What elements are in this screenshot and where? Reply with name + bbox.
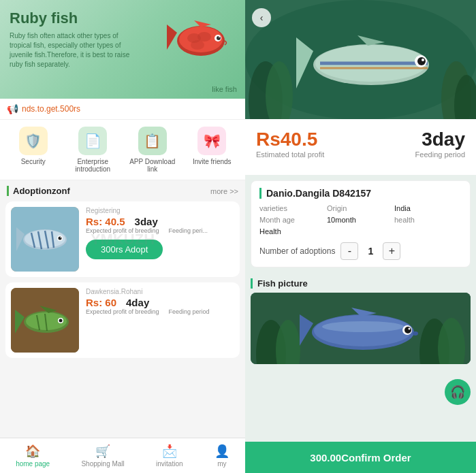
svg-point-19: [59, 237, 62, 240]
hero-fish-image: [163, 12, 238, 67]
fish-card-2-image: [11, 288, 79, 353]
menu-label-invite: Invite friends: [193, 158, 232, 165]
profit-block: Rs40.5 Estimated total profit: [256, 129, 324, 159]
shopping-icon: 🛒: [95, 444, 110, 459]
nav-my-label: my: [217, 460, 226, 468]
svg-point-3: [197, 32, 211, 42]
fish-pic-title: Fish picture: [251, 278, 471, 289]
confirm-order-bar[interactable]: 300.00Confirm Order: [245, 442, 476, 473]
fish-card-2-days: 4day: [126, 297, 149, 308]
menu-icons: 🛡️ Security 📄 Enterprise introduction 📋 …: [0, 120, 245, 180]
invite-icon-box: 🎀: [197, 127, 226, 155]
security-icon-box: 🛡️: [19, 127, 48, 155]
fish-card-1-price: Rs: 40.5: [86, 216, 125, 227]
fish-detail-title: Danio.Dangila D842157: [259, 188, 462, 199]
menu-item-enterprise[interactable]: 📄 Enterprise introduction: [69, 127, 116, 173]
svg-point-20: [60, 237, 61, 238]
profit-amount: Rs40.5: [256, 129, 324, 150]
fish-card-1-info: Registering Rs: 40.5 3day Expected profi…: [79, 207, 234, 272]
fish-card-1-name: Registering: [86, 207, 234, 214]
svg-point-52: [322, 321, 404, 332]
svg-point-9: [219, 36, 220, 37]
days-block: 3day Feeding period: [415, 129, 465, 159]
month-val: 10month: [327, 216, 394, 224]
svg-point-56: [404, 327, 411, 333]
hero-banner: Ruby fish Ruby fish often attack other t…: [0, 0, 245, 99]
qty-value: 1: [364, 246, 377, 257]
fish-detail-card: Danio.Dangila D842157 varieties Origin I…: [251, 180, 471, 267]
fish-card-1: Registering Rs: 40.5 3day Expected profi…: [5, 201, 240, 277]
menu-label-enterprise: Enterprise introduction: [69, 158, 116, 173]
varieties-key: varieties: [259, 204, 327, 212]
detail-panel: Rs40.5 Estimated total profit 3day Feedi…: [245, 119, 476, 175]
back-button[interactable]: ‹: [252, 8, 271, 27]
menu-item-invite[interactable]: 🎀 Invite friends: [188, 127, 236, 173]
promo-bar: 📢 nds.to.get.500rs: [0, 99, 245, 120]
health-val: Health: [259, 227, 327, 235]
menu-item-security[interactable]: 🛡️ Security: [10, 127, 57, 173]
support-icon: 🎧: [450, 385, 465, 399]
profit-row: Rs40.5 Estimated total profit 3day Feedi…: [256, 129, 465, 159]
origin-key: Origin: [327, 204, 394, 212]
bottom-nav: 🏠 home page 🛒 Shopping Mall 📩 invitation…: [0, 438, 245, 473]
more-link[interactable]: more >>: [210, 187, 238, 195]
nav-shopping[interactable]: 🛒 Shopping Mall: [74, 441, 131, 470]
nav-home[interactable]: 🏠 home page: [9, 441, 57, 470]
svg-point-58: [413, 331, 418, 336]
health-key: health: [394, 216, 462, 224]
fish-card-2-name: Dawkensia.Rohani: [86, 288, 234, 295]
fish-picture-section: Fish picture: [251, 278, 471, 364]
qty-minus-btn[interactable]: -: [340, 242, 358, 260]
nav-my[interactable]: 👤 my: [208, 441, 236, 470]
nav-invitation[interactable]: 📩 invitation: [149, 441, 189, 470]
detail-grid: varieties Origin India Month age 10month…: [259, 204, 462, 235]
promo-text: nds.to.get.500rs: [22, 104, 80, 114]
enterprise-icon-box: 📄: [78, 127, 107, 155]
fish-card-2: Dawkensia.Rohani Rs: 60 4day Expected pr…: [5, 282, 240, 358]
fish-card-1-days: 3day: [135, 216, 158, 227]
days-amount: 3day: [415, 129, 465, 150]
fish-card-2-sub2: Feeding period: [169, 308, 210, 315]
svg-point-8: [217, 36, 221, 40]
svg-point-41: [417, 57, 426, 65]
origin-val: India: [394, 204, 462, 212]
adoptions-label: Number of adoptions: [259, 246, 335, 256]
adoption-row: Number of adoptions - 1 +: [259, 242, 462, 260]
qty-plus-btn[interactable]: +: [383, 242, 400, 260]
confirm-order-text: 300.00Confirm Order: [310, 452, 411, 463]
svg-marker-5: [167, 25, 177, 50]
nav-shopping-label: Shopping Mall: [81, 460, 124, 468]
svg-point-57: [409, 328, 411, 330]
my-icon: 👤: [215, 444, 229, 459]
nav-invitation-label: invitation: [156, 460, 183, 468]
month-key: Month age: [259, 216, 327, 224]
section-header: Adoptionzonf more >>: [0, 180, 245, 199]
fish-card-1-image: [11, 207, 79, 272]
adopt-button-1[interactable]: 300rs Adopt: [86, 240, 163, 259]
fish-hero-image: ‹: [245, 0, 476, 119]
profit-label: Estimated total profit: [256, 150, 324, 159]
section-title: Adoptionzonf: [7, 186, 70, 196]
fish-card-2-price: Rs: 60: [86, 297, 116, 308]
fish-card-1-sub2: Feeding peri...: [169, 227, 208, 234]
right-panel: ‹ Rs40.5 Estimated total profit 3day Fee…: [245, 0, 476, 473]
hero-desc: Ruby fish often attack other types of tr…: [10, 31, 136, 69]
menu-label-app-download: APP Download link: [129, 158, 176, 173]
nav-home-label: home page: [16, 460, 50, 468]
like-fish-label: like fish: [212, 85, 237, 93]
svg-point-29: [59, 319, 63, 323]
svg-point-4: [191, 40, 204, 50]
app-download-icon-box: 📋: [138, 127, 167, 155]
home-icon: 🏠: [25, 444, 40, 459]
promo-icon: 📢: [7, 103, 18, 114]
fish-pic-box: [251, 293, 471, 364]
support-button[interactable]: 🎧: [445, 379, 471, 405]
days-label: Feeding period: [415, 150, 465, 159]
fish-card-1-sub1: Expected profit of breeding: [86, 227, 159, 234]
fish-card-2-sub1: Expected profit of breeding: [86, 308, 159, 315]
svg-point-42: [422, 59, 424, 61]
fish-card-2-info: Dawkensia.Rohani Rs: 60 4day Expected pr…: [79, 288, 234, 353]
menu-item-app-download[interactable]: 📋 APP Download link: [129, 127, 176, 173]
menu-label-security: Security: [21, 158, 46, 165]
invitation-icon: 📩: [162, 444, 177, 459]
